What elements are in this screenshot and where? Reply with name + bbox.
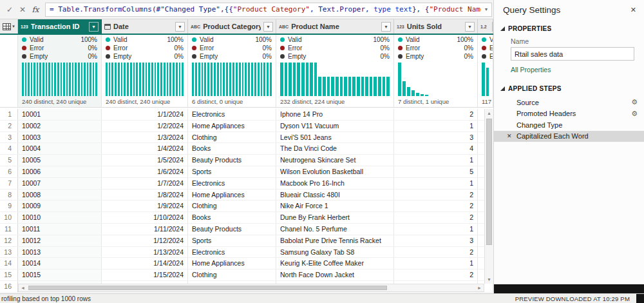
table-cell[interactable]: 10007 xyxy=(18,178,102,189)
table-cell[interactable]: 4 xyxy=(394,143,478,154)
table-cell[interactable]: Electronics xyxy=(188,178,276,189)
scroll-left-icon[interactable]: ◄ xyxy=(19,284,27,292)
scroll-right-icon[interactable]: ► xyxy=(475,284,484,292)
applied-step[interactable]: ✕Capitalized Each Word xyxy=(494,131,644,142)
table-cell[interactable]: Beauty Products xyxy=(188,224,276,235)
table-cell[interactable]: 10002 xyxy=(18,121,102,132)
table-cell[interactable]: 10011 xyxy=(18,224,102,235)
table-cell[interactable]: 2 xyxy=(394,109,478,120)
column-histogram[interactable] xyxy=(280,63,390,96)
filter-dropdown-icon[interactable]: ▼ xyxy=(89,22,99,32)
table-cell[interactable]: Macbook Pro 16-Inch xyxy=(276,178,394,189)
filter-dropdown-icon[interactable]: ▼ xyxy=(263,22,273,32)
table-cell[interactable]: 1/15/2024 xyxy=(102,269,188,280)
expand-formula-chevron-icon[interactable]: ▾ xyxy=(481,6,491,12)
text-type-icon[interactable]: ABC xyxy=(279,24,289,29)
table-cell[interactable]: 10006 xyxy=(18,166,102,177)
table-cell[interactable]: Dune By Frank Herbert xyxy=(276,212,394,223)
table-cell[interactable]: Sports xyxy=(188,166,276,177)
column-histogram[interactable] xyxy=(22,63,97,96)
table-cell[interactable]: 1/9/2024 xyxy=(102,200,188,211)
table-cell[interactable]: 2 xyxy=(394,200,478,211)
table-cell[interactable]: 3 xyxy=(394,235,478,246)
table-cell[interactable]: 1 xyxy=(394,121,478,132)
table-cell[interactable]: 1/12/2024 xyxy=(102,235,188,246)
table-cell[interactable]: 10014 xyxy=(18,258,102,269)
table-cell[interactable]: 1 xyxy=(394,258,478,269)
vertical-scrollbar[interactable]: ▲ ▼ xyxy=(484,109,493,284)
table-cell[interactable]: Home Appliances xyxy=(188,121,276,132)
table-cell[interactable]: Neutrogena Skincare Set xyxy=(276,155,394,166)
table-cell[interactable]: Books xyxy=(188,143,276,154)
table-cell[interactable]: 10001 xyxy=(18,109,102,120)
column-header[interactable]: 123Units Sold▼ xyxy=(394,19,478,34)
table-cell[interactable]: 1/3/2024 xyxy=(102,132,188,143)
table-cell[interactable]: 1/8/2024 xyxy=(102,190,188,200)
table-cell[interactable]: Clothing xyxy=(188,200,276,211)
table-menu-arrow-icon[interactable]: ▾ xyxy=(12,24,15,29)
fx-icon[interactable]: fx xyxy=(30,5,41,14)
column-header[interactable]: ABCProduct Category▼ xyxy=(188,19,276,34)
table-cell[interactable]: 10015 xyxy=(18,269,102,280)
table-cell[interactable]: 1/7/2024 xyxy=(102,178,188,189)
table-cell[interactable]: Nike Air Force 1 xyxy=(276,200,394,211)
table-cell[interactable]: Sports xyxy=(188,235,276,246)
close-icon[interactable]: ✕ xyxy=(630,6,636,14)
table-cell[interactable]: 1 xyxy=(394,155,478,166)
whole-number-type-icon[interactable]: 123 xyxy=(21,24,28,29)
table-cell[interactable]: The Da Vinci Code xyxy=(276,143,394,154)
applied-steps-section-header[interactable]: APPLIED STEPS xyxy=(494,80,644,95)
table-cell[interactable]: 1/1/2024 xyxy=(102,109,188,120)
table-cell[interactable]: 10005 xyxy=(18,155,102,166)
table-cell[interactable]: Electronics xyxy=(188,109,276,120)
gear-icon[interactable]: ⚙ xyxy=(631,98,638,106)
table-cell[interactable]: North Face Down Jacket xyxy=(276,269,394,280)
table-cell[interactable]: 5 xyxy=(394,166,478,177)
applied-step[interactable]: Changed Type xyxy=(494,119,644,131)
table-cell[interactable]: Books xyxy=(188,212,276,223)
column-header[interactable]: 123Transaction ID▼ xyxy=(18,19,102,34)
table-cell[interactable]: 10010 xyxy=(18,212,102,223)
formula-input[interactable]: = Table.TransformColumns(#"Changed Type"… xyxy=(45,3,492,17)
table-cell[interactable]: 1/10/2024 xyxy=(102,212,188,223)
table-cell[interactable]: 10004 xyxy=(18,143,102,154)
table-cell[interactable]: 10003 xyxy=(18,132,102,143)
filter-dropdown-icon[interactable]: ▼ xyxy=(465,22,475,32)
text-type-icon[interactable]: ABC xyxy=(191,24,200,29)
column-histogram[interactable] xyxy=(106,63,184,96)
table-cell[interactable]: Chanel No. 5 Perfume xyxy=(276,224,394,235)
commit-icon[interactable]: ✓ xyxy=(4,5,15,14)
table-cell[interactable]: Levi'S 501 Jeans xyxy=(276,132,394,143)
delete-step-icon[interactable]: ✕ xyxy=(507,133,516,139)
table-cell[interactable]: 1/4/2024 xyxy=(102,143,188,154)
column-header[interactable]: ABCProduct Name▼ xyxy=(276,19,394,34)
filter-dropdown-icon[interactable]: ▼ xyxy=(381,22,391,32)
all-properties-link[interactable]: All Properties xyxy=(494,61,644,75)
filter-dropdown-icon[interactable]: ▼ xyxy=(175,22,185,32)
table-cell[interactable]: 1 xyxy=(394,224,478,235)
table-cell[interactable]: Clothing xyxy=(188,269,276,280)
column-header[interactable]: Date▼ xyxy=(102,19,188,34)
column-header[interactable]: 1.2▼ xyxy=(478,19,493,34)
vertical-scroll-track[interactable] xyxy=(485,117,493,275)
column-histogram[interactable] xyxy=(482,63,489,96)
table-cell[interactable]: Keurig K-Elite Coffee Maker xyxy=(276,258,394,269)
table-cell[interactable]: Blueair Classic 480I xyxy=(276,190,394,200)
scroll-down-icon[interactable]: ▼ xyxy=(487,275,491,284)
table-cell[interactable]: 1 xyxy=(394,178,478,189)
table-cell[interactable]: 1/2/2024 xyxy=(102,121,188,132)
table-cell[interactable]: Wilson Evolution Basketball xyxy=(276,166,394,177)
column-histogram[interactable] xyxy=(192,63,272,96)
table-cell[interactable]: 2 xyxy=(394,190,478,200)
horizontal-scrollbar[interactable]: ◄ ► xyxy=(18,284,484,292)
table-cell[interactable]: 1/14/2024 xyxy=(102,258,188,269)
table-cell[interactable]: 10012 xyxy=(18,235,102,246)
table-cell[interactable]: Electronics xyxy=(188,247,276,258)
table-cell[interactable]: Dyson V11 Vacuum xyxy=(276,121,394,132)
gear-icon[interactable]: ⚙ xyxy=(631,110,638,118)
cancel-icon[interactable]: ✕ xyxy=(17,5,28,14)
horizontal-scroll-thumb[interactable] xyxy=(28,286,387,290)
table-cell[interactable]: 10009 xyxy=(18,200,102,211)
table-cell[interactable]: Beauty Products xyxy=(188,155,276,166)
table-cell[interactable]: Iphone 14 Pro xyxy=(276,109,394,120)
